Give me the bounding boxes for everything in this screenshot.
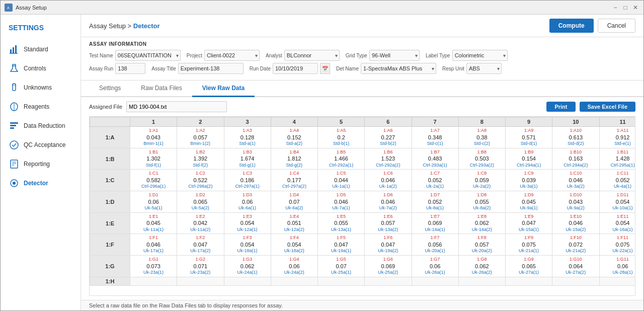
cell-ref: 1:D8 bbox=[477, 192, 487, 198]
table-cell: 1:D8 0.055 Uk-8a(2) bbox=[458, 191, 505, 213]
close-button[interactable]: ✕ bbox=[631, 4, 639, 12]
cell-value: 0.046 bbox=[334, 198, 348, 205]
cell-value: 0.057 bbox=[475, 241, 489, 248]
assay-title-label: Assay Title bbox=[151, 66, 176, 71]
table-cell: 1:C2 0.522 Ctrl-296a(2) bbox=[177, 170, 224, 191]
cell-ref: 1:D4 bbox=[289, 192, 299, 198]
cell-ref: 1:E4 bbox=[290, 214, 299, 220]
main-content: SETTINGS Standard Controls Unknowns bbox=[1, 15, 643, 310]
calendar-button[interactable]: 📅 bbox=[320, 63, 330, 74]
label-type-select[interactable]: Colorimetric bbox=[452, 50, 508, 61]
cell-value: 0.062 bbox=[475, 263, 489, 270]
cell-value: 0.186 bbox=[240, 177, 255, 184]
sidebar-item-detector[interactable]: Detector bbox=[1, 174, 80, 193]
cell-value: 0.054 bbox=[287, 241, 301, 248]
maximize-button[interactable]: □ bbox=[621, 4, 629, 12]
cancel-button[interactable]: Cancel bbox=[598, 19, 635, 33]
compute-button[interactable]: Compute bbox=[549, 19, 594, 33]
cell-label: Std-a(2) bbox=[286, 141, 303, 147]
cell-ref: 1:G9 bbox=[524, 257, 534, 263]
table-cell bbox=[318, 277, 365, 285]
analyst-select[interactable]: BLConnor bbox=[284, 50, 340, 61]
resp-unit-select[interactable]: ABS bbox=[466, 63, 502, 74]
svg-rect-13 bbox=[10, 127, 14, 129]
table-cell: 1:B1 1.302 Std-f(1) bbox=[130, 148, 177, 170]
cell-label: Ctrl-293a(1) bbox=[423, 163, 447, 169]
cell-label: Uk-7a(2) bbox=[379, 205, 397, 211]
sidebar-item-reagents[interactable]: Reagents bbox=[1, 97, 80, 116]
tabs: Settings Raw Data Files View Raw Data bbox=[81, 81, 643, 97]
qc-icon bbox=[9, 139, 20, 150]
tab-settings[interactable]: Settings bbox=[89, 81, 131, 97]
cell-label: Uk-15a(2) bbox=[566, 227, 586, 233]
cell-ref: 1:F8 bbox=[477, 235, 487, 241]
app-icon: A bbox=[5, 4, 13, 12]
sidebar-item-qc-acceptance[interactable]: QC Acceptance bbox=[1, 135, 80, 154]
cell-ref: 1:G1 bbox=[148, 257, 158, 263]
run-date-input[interactable] bbox=[273, 63, 318, 74]
table-cell: 1:A4 0.152 Std-a(2) bbox=[271, 127, 317, 148]
cell-value: 0.177 bbox=[287, 177, 301, 184]
table-cell: 1:G3 0.062 Uk-24a(1) bbox=[224, 256, 271, 277]
test-name-select[interactable]: 06SEQUANTITATION bbox=[115, 50, 181, 61]
reagent-icon bbox=[9, 101, 20, 112]
save-excel-button[interactable]: Save Excel File bbox=[580, 102, 636, 112]
project-select[interactable]: Client-0022 bbox=[204, 50, 260, 61]
cell-label: Uk-2a(1) bbox=[426, 184, 444, 190]
cell-value: 0.054 bbox=[240, 241, 255, 248]
cell-value: 0.071 bbox=[194, 263, 208, 270]
cell-value: 0.152 bbox=[287, 134, 301, 141]
cell-value: 0.065 bbox=[522, 263, 536, 270]
sidebar-item-standard[interactable]: Standard bbox=[1, 40, 80, 59]
cell-label: Uk-1a(2) bbox=[379, 184, 397, 190]
cell-ref: 1:C4 bbox=[289, 171, 299, 177]
assigned-file-input[interactable] bbox=[126, 101, 227, 112]
cell-value: 0.057 bbox=[194, 134, 208, 141]
cell-value: 0.912 bbox=[616, 134, 630, 141]
table-cell: 1:F11 0.075 Uk-22a(1) bbox=[599, 234, 635, 256]
analyst-label: Analyst bbox=[266, 53, 282, 58]
table-cell: 1:E7 0.069 Uk-14a(1) bbox=[412, 212, 458, 234]
tab-view-raw-data[interactable]: View Raw Data bbox=[192, 81, 255, 97]
table-cell: 1:B11 1.428 Ctrl-295a(1) bbox=[599, 148, 635, 170]
sidebar: SETTINGS Standard Controls Unknowns bbox=[1, 15, 81, 310]
sidebar-item-data-reduction[interactable]: Data Reduction bbox=[1, 116, 80, 135]
col-header-6: 6 bbox=[365, 117, 412, 127]
cell-label: Uk-12a(1) bbox=[237, 227, 258, 233]
det-name-select[interactable]: 1-SpectraMax ABS Plus bbox=[361, 63, 436, 74]
svg-point-20 bbox=[13, 182, 16, 185]
cell-label: Uk-21a(2) bbox=[566, 248, 586, 254]
tab-raw-data-files[interactable]: Raw Data Files bbox=[131, 81, 192, 97]
assay-run-label: Assay Run bbox=[89, 66, 113, 71]
cell-label: Uk-8a(1) bbox=[426, 205, 444, 211]
col-header-8: 8 bbox=[458, 117, 505, 127]
cell-label: Uk-17a(2) bbox=[190, 248, 210, 254]
cell-value: 0.045 bbox=[522, 198, 536, 205]
grid-header-row: 1 2 3 4 5 6 7 8 9 10 11 bbox=[90, 117, 636, 127]
cell-ref: 1:A6 bbox=[383, 128, 393, 134]
sidebar-item-label-qc-acceptance: QC Acceptance bbox=[24, 141, 65, 148]
table-cell: 1:G6 0.069 Uk-25a(2) bbox=[365, 256, 412, 277]
grid-container[interactable]: 1 2 3 4 5 6 7 8 9 10 11 bbox=[89, 116, 635, 296]
sidebar-item-controls[interactable]: Controls bbox=[1, 59, 80, 78]
print-button[interactable]: Print bbox=[546, 102, 575, 112]
flask-icon bbox=[9, 63, 20, 74]
cell-ref: 1:B10 bbox=[570, 149, 582, 156]
grid-type-select[interactable]: 96-Well bbox=[369, 50, 420, 61]
cell-ref: 1:F6 bbox=[383, 235, 392, 241]
cell-ref: 1:G4 bbox=[289, 257, 299, 263]
cell-ref: 1:C1 bbox=[149, 171, 158, 177]
cell-ref: 1:B11 bbox=[617, 149, 629, 156]
sidebar-item-unknowns[interactable]: Unknowns bbox=[1, 78, 80, 97]
cell-ref: 1:A7 bbox=[430, 128, 440, 134]
assay-run-input[interactable] bbox=[115, 63, 145, 74]
cell-ref: 1:F9 bbox=[524, 235, 533, 241]
minimize-button[interactable]: − bbox=[611, 4, 619, 12]
assay-title-field: Assay Title bbox=[151, 63, 243, 74]
cell-value: 1.428 bbox=[616, 155, 630, 162]
sidebar-item-reporting[interactable]: Reporting bbox=[1, 154, 80, 174]
cell-value: 1.302 bbox=[146, 155, 160, 162]
assay-title-input[interactable] bbox=[178, 63, 244, 74]
cell-label: Ctrl-294a(1) bbox=[517, 163, 541, 169]
table-cell: 1:E8 0.062 Uk-14a(2) bbox=[458, 212, 505, 234]
